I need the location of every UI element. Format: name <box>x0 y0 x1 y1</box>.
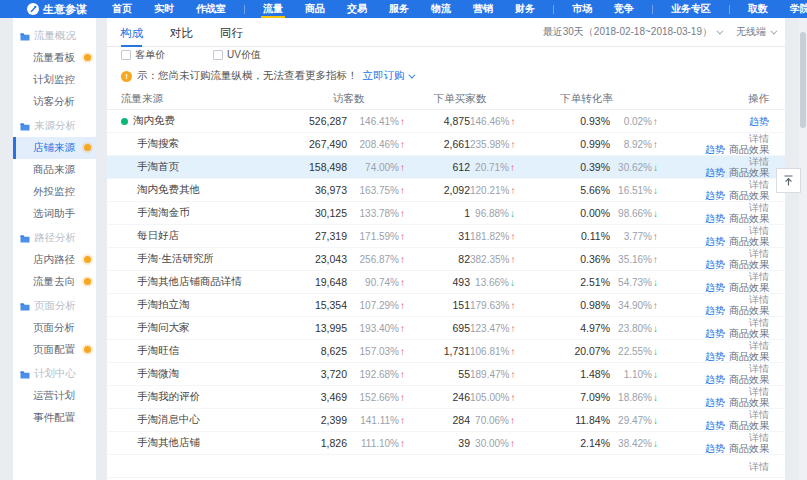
buyers-value: 4,875 <box>405 115 470 127</box>
terminal-selector[interactable]: 无线端 <box>736 25 775 39</box>
nav-item-业务专区[interactable]: 业务专区 <box>660 0 722 18</box>
detail-link[interactable]: 详情 <box>749 179 769 190</box>
sidebar-item-店铺来源[interactable]: 店铺来源 <box>13 137 96 159</box>
product-effect-link[interactable]: 商品效果 <box>729 305 769 316</box>
product-effect-link[interactable]: 商品效果 <box>729 213 769 224</box>
product-effect-link[interactable]: 商品效果 <box>729 282 769 293</box>
product-effect-link[interactable]: 商品效果 <box>729 259 769 270</box>
detail-link[interactable]: 详情 <box>749 294 769 305</box>
product-effect-link[interactable]: 商品效果 <box>729 397 769 408</box>
detail-link[interactable]: 详情 <box>749 386 769 397</box>
nav-item-交易[interactable]: 交易 <box>336 0 378 18</box>
actions-line1: 详情 <box>658 340 769 351</box>
nav-item-实时[interactable]: 实时 <box>143 0 185 18</box>
product-effect-link[interactable]: 商品效果 <box>729 167 769 178</box>
trend-link[interactable]: 趋势 <box>705 443 725 454</box>
trend-link[interactable]: 趋势 <box>705 167 725 178</box>
nav-item-流量[interactable]: 流量 <box>252 0 294 18</box>
window-scrollbar[interactable] <box>799 18 807 480</box>
source-name: 手淘其他店铺商品详情 <box>107 275 292 289</box>
trend-link[interactable]: 趋势 <box>705 397 725 408</box>
tab-对比[interactable]: 对比 <box>170 18 193 47</box>
sidebar-item-页面配置[interactable]: 页面配置 <box>13 339 96 361</box>
sycm-logo-icon <box>27 3 39 15</box>
actions-line2: 趋势商品效果 <box>658 305 769 316</box>
app-logo[interactable]: 生意参谋 <box>27 2 87 17</box>
detail-link[interactable]: 详情 <box>749 340 769 351</box>
trend-link[interactable]: 趋势 <box>705 374 725 385</box>
sidebar-item-label: 事件配置 <box>33 411 75 425</box>
product-effect-link[interactable]: 商品效果 <box>729 144 769 155</box>
detail-link[interactable]: 详情 <box>749 225 769 236</box>
nav-item-财务[interactable]: 财务 <box>504 0 546 18</box>
product-effect-link[interactable]: 商品效果 <box>729 351 769 362</box>
back-to-top-button[interactable] <box>776 168 801 193</box>
trend-link[interactable]: 趋势 <box>705 328 725 339</box>
tab-同行[interactable]: 同行 <box>220 18 243 47</box>
buyers-change: 105.00%↑ <box>470 392 515 403</box>
source-name: 手淘首页 <box>107 160 292 174</box>
detail-link[interactable]: 详情 <box>749 409 769 420</box>
detail-link[interactable]: 详情 <box>749 271 769 282</box>
metric-checkbox-客单价[interactable]: 客单价 <box>121 48 165 62</box>
visitors-change: 141.11%↑ <box>347 415 405 426</box>
trend-link[interactable]: 趋势 <box>705 144 725 155</box>
detail-link[interactable]: 详情 <box>749 202 769 213</box>
trend-link[interactable]: 趋势 <box>705 190 725 201</box>
filters-bar: 最近30天（2018-02-18~2018-03-19） 无线端 <box>543 25 775 39</box>
nav-item-竞争[interactable]: 竞争 <box>603 0 645 18</box>
sidebar-item-页面分析[interactable]: 页面分析 <box>13 317 96 339</box>
detail-link[interactable]: 详情 <box>749 432 769 443</box>
sidebar-item-事件配置[interactable]: 事件配置 <box>13 407 96 429</box>
nav-item-作战室[interactable]: 作战室 <box>185 0 237 18</box>
detail-link[interactable]: 详情 <box>749 363 769 374</box>
sidebar-item-流量看板[interactable]: 流量看板 <box>13 47 96 69</box>
metric-checkbox-UV价值[interactable]: UV价值 <box>213 48 261 62</box>
date-range-selector[interactable]: 最近30天（2018-02-18~2018-03-19） <box>543 25 721 39</box>
nav-item-取数[interactable]: 取数 <box>737 0 779 18</box>
product-effect-link[interactable]: 商品效果 <box>729 190 769 201</box>
detail-link[interactable]: 详情 <box>749 317 769 328</box>
sidebar-item-访客分析[interactable]: 访客分析 <box>13 91 96 113</box>
nav-item-服务[interactable]: 服务 <box>378 0 420 18</box>
sidebar-item-外投监控[interactable]: 外投监控 <box>13 181 96 203</box>
detail-link[interactable]: 详情 <box>749 133 769 144</box>
product-effect-link[interactable]: 商品效果 <box>729 328 769 339</box>
subscribe-link[interactable]: 立即订购 <box>363 69 413 83</box>
scrollbar-thumb[interactable] <box>800 32 806 128</box>
product-effect-link[interactable]: 商品效果 <box>729 236 769 247</box>
nav-item-市场[interactable]: 市场 <box>561 0 603 18</box>
trend-link[interactable]: 趋势 <box>705 351 725 362</box>
trend-link[interactable]: 趋势 <box>705 213 725 224</box>
source-name: 手淘·生活研究所 <box>107 252 292 266</box>
tab-构成[interactable]: 构成 <box>120 18 143 47</box>
nav-item-物流[interactable]: 物流 <box>420 0 462 18</box>
checkbox-icon[interactable] <box>121 50 131 60</box>
trend-link[interactable]: 趋势 <box>705 236 725 247</box>
conv-change: 29.47%↓ <box>610 415 658 426</box>
nav-item-首页[interactable]: 首页 <box>101 0 143 18</box>
product-effect-link[interactable]: 商品效果 <box>729 443 769 454</box>
detail-link[interactable]: 详情 <box>749 248 769 259</box>
trend-link[interactable]: 趋势 <box>705 305 725 316</box>
trend-link[interactable]: 趋势 <box>705 259 725 270</box>
sidebar-item-流量去向[interactable]: 流量去向 <box>13 271 96 293</box>
product-effect-link[interactable]: 商品效果 <box>729 374 769 385</box>
nav-item-营销[interactable]: 营销 <box>462 0 504 18</box>
detail-link[interactable]: 详情 <box>749 461 769 472</box>
visitors-change: 152.66%↑ <box>347 392 405 403</box>
nav-item-商品[interactable]: 商品 <box>294 0 336 18</box>
trend-link[interactable]: 趋势 <box>705 282 725 293</box>
product-effect-link[interactable]: 商品效果 <box>729 420 769 431</box>
sidebar-item-选词助手[interactable]: 选词助手 <box>13 203 96 225</box>
nav-item-学院[interactable]: 学院 <box>779 0 807 18</box>
source-name-label: 手淘搜索 <box>137 137 179 151</box>
trend-link[interactable]: 趋势 <box>705 420 725 431</box>
sidebar-item-商品来源[interactable]: 商品来源 <box>13 159 96 181</box>
sidebar-item-店内路径[interactable]: 店内路径 <box>13 249 96 271</box>
checkbox-icon[interactable] <box>213 50 223 60</box>
detail-link[interactable]: 详情 <box>749 156 769 167</box>
trend-link[interactable]: 趋势 <box>749 116 769 127</box>
sidebar-item-计划监控[interactable]: 计划监控 <box>13 69 96 91</box>
sidebar-item-运营计划[interactable]: 运营计划 <box>13 385 96 407</box>
